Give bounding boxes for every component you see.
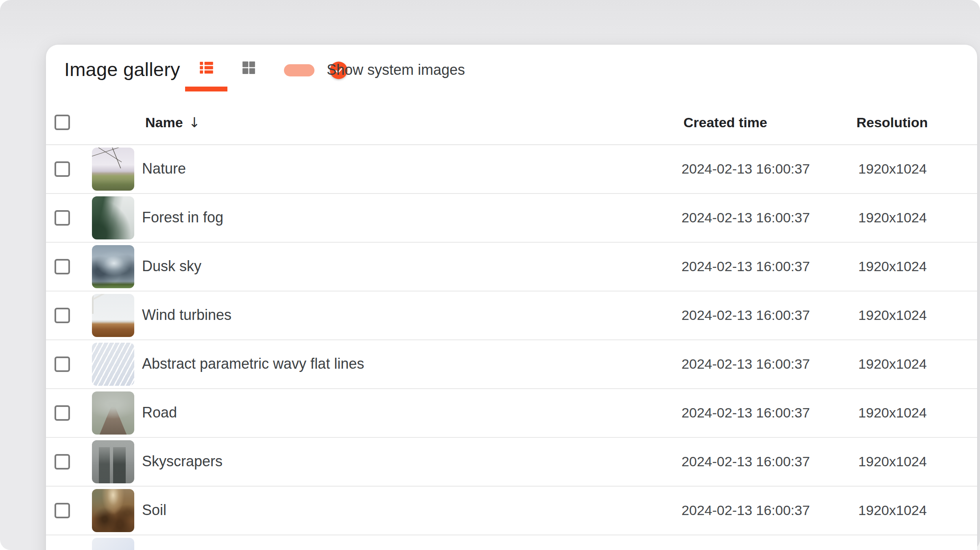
table-row[interactable]: Soil 2024-02-13 16:00:37 1920x1024 [46, 487, 977, 535]
table-row[interactable]: Dusk sky 2024-02-13 16:00:37 1920x1024 [46, 243, 977, 291]
thumbnail-list [92, 538, 134, 550]
row-name: Abstract parametric wavy flat lines [142, 355, 364, 372]
row-resolution: 1920x1024 [858, 210, 927, 226]
grid-view-icon [240, 59, 257, 76]
row-resolution: 1920x1024 [858, 161, 927, 177]
thumbnail-forest-fog [92, 196, 134, 239]
thumbnail-dusk-sky [92, 245, 134, 288]
table-row[interactable]: Nature 2024-02-13 16:00:37 1920x1024 [46, 145, 977, 194]
column-header-name[interactable]: Name ↓ [145, 114, 200, 130]
row-resolution: 1920x1024 [858, 259, 927, 274]
row-created-time: 2024-02-13 16:00:37 [681, 161, 810, 177]
row-resolution: 1920x1024 [858, 454, 927, 470]
view-mode-tabs [185, 45, 270, 91]
row-name: Forest in fog [142, 209, 223, 226]
row-name: Road [142, 404, 177, 421]
thumbnail-nature [92, 148, 134, 191]
gallery-toolbar: Image gallery [46, 45, 977, 100]
row-checkbox[interactable] [55, 454, 70, 470]
table-row[interactable]: Skyscrapers 2024-02-13 16:00:37 1920x102… [46, 438, 977, 487]
thumbnail-wind-turbines [92, 294, 134, 337]
row-checkbox[interactable] [55, 405, 70, 421]
row-name: Dusk sky [142, 258, 201, 275]
row-created-time: 2024-02-13 16:00:37 [681, 356, 810, 372]
table-body: Nature 2024-02-13 16:00:37 1920x1024 For… [46, 145, 977, 550]
table-row[interactable]: Abstract parametric wavy flat lines 2024… [46, 340, 977, 389]
table-row[interactable]: Wind turbines 2024-02-13 16:00:37 1920x1… [46, 291, 977, 340]
row-name: Soil [142, 502, 166, 519]
thumbnail-road [92, 391, 134, 435]
thumbnail-skyscrapers [92, 440, 134, 483]
image-gallery-screen: Image gallery [0, 0, 980, 550]
row-resolution: 1920x1024 [858, 502, 927, 518]
row-name: Wind turbines [142, 307, 231, 324]
page-title: Image gallery [64, 58, 180, 80]
show-system-images-toggle[interactable] [284, 64, 314, 76]
table-row[interactable]: Forest in fog 2024-02-13 16:00:37 1920x1… [46, 194, 977, 243]
list-view-icon [198, 59, 215, 76]
tab-grid-view[interactable] [227, 45, 270, 91]
table-row[interactable]: List 2024-02-13 16:00:37 1920x1024 [46, 535, 977, 550]
gallery-card: Image gallery [46, 45, 977, 550]
row-checkbox[interactable] [55, 308, 70, 323]
row-name: Nature [142, 160, 186, 177]
row-checkbox[interactable] [55, 161, 70, 177]
toggle-label: Show system images [327, 61, 465, 78]
sort-desc-icon: ↓ [189, 114, 201, 130]
thumbnail-soil [92, 489, 134, 532]
row-created-time: 2024-02-13 16:00:37 [681, 259, 810, 274]
row-created-time: 2024-02-13 16:00:37 [681, 502, 810, 518]
row-created-time: 2024-02-13 16:00:37 [681, 210, 810, 226]
select-all-checkbox[interactable] [55, 115, 70, 130]
row-created-time: 2024-02-13 16:00:37 [681, 405, 810, 421]
table-header-row: Name ↓ Created time Resolution [46, 100, 977, 145]
row-checkbox[interactable] [55, 210, 70, 226]
row-checkbox[interactable] [55, 259, 70, 274]
column-header-created-time[interactable]: Created time [683, 115, 767, 130]
tab-list-view[interactable] [185, 45, 227, 91]
row-checkbox[interactable] [55, 503, 70, 518]
row-checkbox[interactable] [55, 357, 70, 372]
row-created-time: 2024-02-13 16:00:37 [681, 307, 810, 323]
row-resolution: 1920x1024 [858, 405, 927, 421]
thumbnail-abstract-lines [92, 343, 134, 386]
row-resolution: 1920x1024 [858, 307, 927, 323]
row-name: Skyscrapers [142, 453, 223, 470]
row-resolution: 1920x1024 [858, 356, 927, 372]
table-row[interactable]: Road 2024-02-13 16:00:37 1920x1024 [46, 389, 977, 438]
row-created-time: 2024-02-13 16:00:37 [681, 454, 810, 470]
column-header-resolution[interactable]: Resolution [856, 115, 928, 130]
